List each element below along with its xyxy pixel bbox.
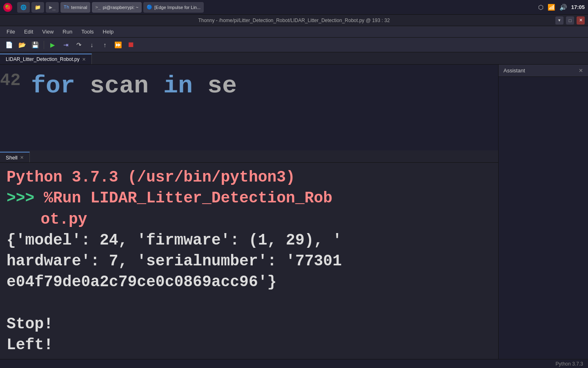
thonny-icon: Th — [64, 4, 69, 10]
shell-output[interactable]: Python 3.7.3 (/usr/bin/python3) >>> %Run… — [0, 163, 498, 359]
menu-help[interactable]: Help — [99, 27, 118, 36]
editor-tabs: LIDAR_Litter_Detection_Robot.py ✕ — [0, 52, 588, 65]
menu-tools[interactable]: Tools — [77, 27, 98, 36]
step-over-button[interactable]: ↷ — [73, 39, 85, 51]
save-file-button[interactable]: 💾 — [29, 39, 41, 51]
editor-tab-close[interactable]: ✕ — [82, 57, 86, 62]
keyword-in: in — [163, 72, 193, 100]
shell-area: Shell ✕ Python 3.7.3 (/usr/bin/python3) … — [0, 150, 498, 359]
raspberry-menu-icon[interactable]: 🍓 — [3, 3, 12, 12]
shell-line-go: Go — [7, 356, 492, 359]
clock: 17:05 — [571, 4, 585, 10]
assistant-label: Assistant — [503, 67, 525, 74]
folder-icon: 📁 — [35, 4, 41, 10]
system-tray: ⬡ 📶 🔊 17:05 — [538, 4, 585, 11]
debug-button[interactable]: ⇥ — [60, 39, 71, 51]
step-out-button[interactable]: ↑ — [99, 39, 111, 51]
menu-edit[interactable]: Edit — [20, 27, 37, 36]
menu-file[interactable]: File — [2, 27, 19, 36]
keyword-for: for — [31, 72, 75, 100]
code-se: se — [207, 72, 237, 100]
shell-tab[interactable]: Shell ✕ — [0, 152, 30, 162]
shell-cmd-1: %Run LIDAR_Litter_Detection_Rob — [44, 189, 332, 207]
step-into-button[interactable]: ↓ — [86, 39, 98, 51]
shell-line-blank — [7, 293, 492, 314]
menubar: File Edit View Run Tools Help — [0, 26, 588, 38]
pi-terminal-icon: >_ — [95, 4, 100, 10]
pi-terminal-btn[interactable]: >_ pi@raspberrypi: ~ — [92, 2, 142, 13]
window-title: Thonny - /home/pi/Litter_Detection_Robot… — [198, 18, 390, 23]
edge-impulse-icon: 🔵 — [147, 4, 152, 10]
assistant-close-button[interactable]: ✕ — [579, 67, 583, 74]
browser-btn[interactable]: 🌐 — [17, 2, 30, 13]
edge-impulse-btn[interactable]: 🔵 [Edge Impulse for Lin... — [143, 2, 204, 13]
shell-line-6: e04f79de0a2c79ce0c0869acc96'} — [7, 272, 492, 292]
open-file-button[interactable]: 📂 — [16, 39, 28, 51]
shell-line-5: hardware': 7, 'serialnumber': '77301 — [7, 251, 492, 272]
shell-line-left: Left! — [7, 334, 492, 355]
window-controls: ▾ □ ✕ — [555, 16, 585, 25]
titlebar: Thonny - /home/pi/Litter_Detection_Robot… — [0, 15, 588, 26]
menu-run[interactable]: Run — [58, 27, 76, 36]
line-numbers: 42 — [0, 65, 24, 150]
thonny-btn[interactable]: Th terminal — [60, 2, 90, 13]
editor-tab-lidar[interactable]: LIDAR_Litter_Detection_Robot.py ✕ — [0, 54, 92, 64]
shell-line-3: ot.py — [7, 209, 492, 230]
python-version-status: Python 3.7.3 — [556, 361, 583, 367]
terminal-icon: ▶_ — [49, 4, 56, 10]
editor-tab-label: LIDAR_Litter_Detection_Robot.py — [6, 56, 80, 62]
shell-tab-close[interactable]: ✕ — [20, 155, 24, 160]
stop-button[interactable]: ⏹ — [125, 39, 137, 51]
editor-content: 42 for scan in se — [0, 65, 498, 150]
shell-line-1: Python 3.7.3 (/usr/bin/python3) — [7, 167, 492, 188]
code-scan: scan — [90, 72, 163, 100]
shell-prompt-1: >>> — [7, 189, 44, 207]
globe-icon: 🌐 — [20, 4, 27, 10]
shell-line-2: >>> %Run LIDAR_Litter_Detection_Rob — [7, 188, 492, 209]
volume-icon[interactable]: 🔊 — [559, 4, 567, 11]
edge-impulse-title: [Edge Impulse for Lin... — [154, 5, 200, 10]
code-display[interactable]: for scan in se — [24, 65, 498, 150]
toolbar: 📄 📂 💾 ▶ ⇥ ↷ ↓ ↑ ⏩ ⏹ — [0, 38, 588, 52]
assistant-panel: Assistant ✕ — [498, 65, 588, 359]
shell-line-4: {'model': 24, 'firmware': (1, 29), ' — [7, 230, 492, 251]
menu-view[interactable]: View — [38, 27, 58, 36]
main-area: 42 for scan in se Shell ✕ Python 3.7.3 (… — [0, 65, 588, 368]
maximize-button[interactable]: □ — [566, 16, 574, 25]
shell-tab-label: Shell — [6, 155, 18, 161]
resume-button[interactable]: ⏩ — [112, 39, 124, 51]
taskbar: 🍓 🌐 📁 ▶_ Th terminal >_ pi@raspberrypi: … — [0, 0, 588, 15]
line-number-42: 42 — [0, 71, 20, 90]
minimize-button[interactable]: ▾ — [555, 16, 564, 25]
thonny-title: terminal — [71, 5, 87, 10]
filemanager-btn[interactable]: 📁 — [31, 2, 44, 13]
assistant-content — [499, 77, 588, 359]
wifi-icon[interactable]: 📶 — [548, 4, 555, 11]
pi-terminal-title: pi@raspberrypi: ~ — [103, 5, 138, 10]
editor-area: 42 for scan in se — [0, 65, 498, 150]
new-file-button[interactable]: 📄 — [3, 39, 15, 51]
close-button[interactable]: ✕ — [577, 16, 585, 25]
terminal-btn[interactable]: ▶_ — [46, 2, 59, 13]
shell-tabs: Shell ✕ — [0, 150, 498, 163]
bluetooth-icon[interactable]: ⬡ — [538, 4, 543, 11]
toolbar-separator-1 — [44, 41, 44, 49]
assistant-header: Assistant ✕ — [499, 65, 588, 77]
run-button[interactable]: ▶ — [47, 39, 58, 51]
statusbar: Python 3.7.3 — [0, 359, 588, 368]
shell-line-stop: Stop! — [7, 314, 492, 334]
